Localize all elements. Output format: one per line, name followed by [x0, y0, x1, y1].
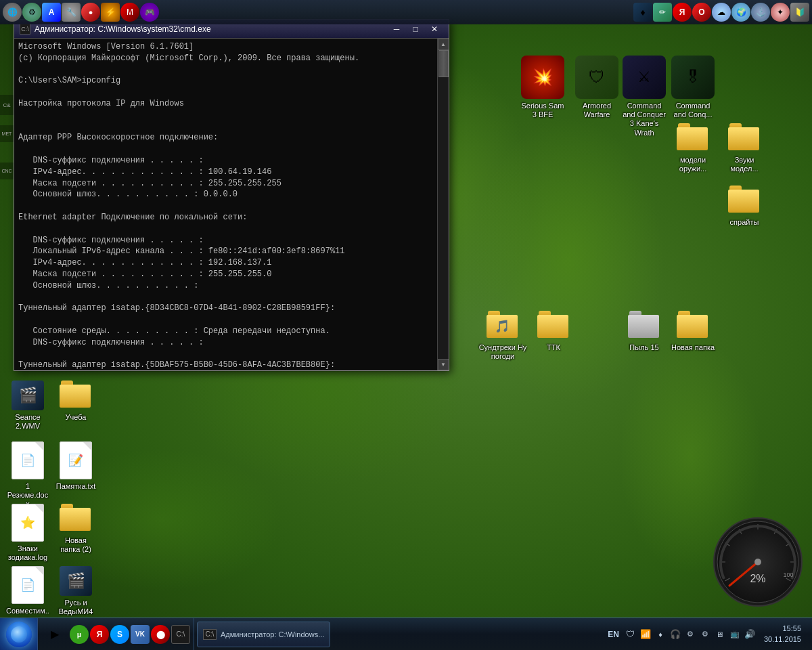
start-orb-inner — [11, 626, 27, 643]
star-icon[interactable]: ✦ — [771, 3, 790, 22]
clock[interactable]: 15:55 30.11.2015 — [759, 624, 807, 645]
yandex-icon[interactable]: Я — [673, 3, 692, 22]
app-icon-3[interactable]: A — [42, 3, 61, 22]
serious-sam-label: Serious Sam 3 BFE — [518, 102, 567, 119]
scroll-down-arrow[interactable]: ▼ — [438, 359, 449, 370]
left-partial-1: C& — [0, 95, 14, 115]
icon-ttk[interactable]: ТТК — [526, 308, 581, 355]
icon-znaki[interactable]: ⭐ Знаки зодиака.log — [3, 501, 52, 565]
icon-cnc-kanes[interactable]: ⚔ Command and Conquer 3 Kane's Wrath — [617, 53, 671, 140]
tray-settings2[interactable]: ⚙ — [699, 628, 711, 641]
anchor-icon[interactable]: ⚓ — [751, 3, 770, 22]
icon-pyl15[interactable]: Пыль 15 — [617, 308, 671, 355]
cmd-content: Microsoft Windows [Version 6.1.7601] (с)… — [14, 39, 437, 370]
modeli-oruzhiy-label: модели оружи... — [669, 156, 717, 173]
vk-ql-btn[interactable]: VK — [131, 625, 150, 644]
tray-network[interactable]: 📶 — [639, 628, 652, 641]
cmd-maximize-button[interactable]: □ — [407, 23, 424, 35]
armored-warfare-label: Armored Warfare — [572, 102, 621, 119]
icon-serious-sam[interactable]: 💥 Serious Sam 3 BFE — [516, 53, 570, 122]
tray-settings1[interactable]: ⚙ — [684, 628, 696, 641]
svg-text:100: 100 — [783, 571, 793, 578]
app-icon-2[interactable]: ⚙ — [22, 3, 41, 22]
icon-armored-warfare[interactable]: 🛡 Armored Warfare — [570, 53, 624, 122]
system-tray: EN 🛡 📶 ♦ 🎧 ⚙ ⚙ 🖥 📺 🔊 15:55 30.11.2015 — [600, 618, 812, 651]
cmd-window-icon: C:\ — [20, 24, 30, 35]
icon-sprayty[interactable]: спрайты — [717, 183, 771, 230]
red-app-ql-btn[interactable]: ⬤ — [151, 625, 170, 644]
app-icon-1[interactable]: 🌐 — [3, 3, 22, 22]
folder-icon-sprayty — [728, 186, 761, 215]
app-icon-4[interactable]: 🔧 — [62, 3, 81, 22]
serious-sam-img: 💥 — [521, 56, 564, 99]
cmd-close-button[interactable]: ✕ — [426, 23, 443, 35]
icon-novaya-papka[interactable]: Новая папка — [666, 308, 720, 355]
cloud-icon[interactable]: ☁ — [712, 3, 731, 22]
desktop: 🌐 ⚙ A 🔧 ● ⚡ M 🎮 ♦ ✏ Я O ☁ 🌍 ⚓ ✦ 🔰 C& MET… — [0, 0, 812, 650]
media-player-ql-btn[interactable]: ▶ — [41, 621, 68, 648]
folder-icon-zvuki — [728, 123, 761, 153]
tray-display[interactable]: 🖥 — [714, 628, 726, 641]
novaya2-label: Новая папка (2) — [54, 536, 97, 554]
resume-img: 📄 — [12, 441, 44, 479]
cmd-body: Microsoft Windows [Version 6.1.7601] (с)… — [14, 39, 449, 370]
skype-ql-btn[interactable]: S — [110, 625, 129, 644]
cmd-taskbar-icon: C:\ — [203, 629, 217, 640]
cnc-kanes-img: ⚔ — [623, 56, 666, 99]
tray-display2[interactable]: 📺 — [729, 628, 741, 641]
cnc2-img: 🎖 — [671, 56, 715, 99]
icon-modeli-oruzhiy[interactable]: модели оружи... — [666, 121, 720, 176]
globe-icon[interactable]: 🌍 — [731, 3, 750, 22]
cmd-taskbar-label: Администратор: C:\Windows... — [221, 630, 324, 638]
novaya-papka-img — [677, 311, 709, 341]
app-icon-6[interactable]: ⚡ — [101, 3, 120, 22]
seance-img: 🎬 — [12, 381, 44, 410]
icon-rus-vedy[interactable]: 🎬 Русь и ВедыМИ4 — [51, 563, 100, 619]
icon-cnc2[interactable]: 🎖 Command and Conq... — [666, 53, 720, 122]
cmd-window-controls: ─ □ ✕ — [388, 23, 443, 35]
icon-zvuki-model[interactable]: Звуки модел... — [717, 121, 771, 176]
icon-ucheba[interactable]: Учеба — [51, 378, 100, 425]
scrollbar-thumb[interactable] — [438, 50, 449, 77]
app-icon-7[interactable]: M — [120, 3, 139, 22]
zvuki-model-label: Звуки модел... — [720, 156, 769, 173]
cnc2-label: Command and Conq... — [669, 102, 717, 119]
pamyatka-img: 📝 — [60, 441, 92, 479]
start-orb — [6, 622, 32, 647]
icon-seance[interactable]: 🎬 Seance 2.WMV — [3, 378, 52, 433]
icon-sundtreki[interactable]: 🎵 Сундтреки Ну погоди — [476, 308, 530, 364]
sundtreki-label: Сундтреки Ну погоди — [478, 343, 527, 361]
pyl15-label: Пыль 15 — [629, 343, 658, 352]
opera-icon[interactable]: O — [692, 3, 711, 22]
utorrent-ql-btn[interactable]: µ — [70, 625, 89, 644]
icon-novaya2[interactable]: Новая папка (2) — [51, 501, 100, 557]
pyl15-img — [628, 311, 660, 341]
start-button[interactable] — [0, 618, 38, 651]
yandex-browser-ql-btn[interactable]: Я — [90, 625, 109, 644]
language-indicator[interactable]: EN — [605, 630, 622, 639]
quick-launch: ▶ µ Я S VK ⬤ C:\ — [38, 618, 194, 651]
tray-volume[interactable]: 🔊 — [744, 628, 756, 641]
pencil-icon[interactable]: ✏ — [653, 3, 672, 22]
cmd-minimize-button[interactable]: ─ — [388, 23, 405, 35]
icon-pamyatka[interactable]: 📝 Памятка.txt — [51, 439, 100, 494]
app-icon-5[interactable]: ● — [81, 3, 100, 22]
cmd-ql-btn[interactable]: C:\ — [171, 625, 190, 644]
tank-icon[interactable]: 🔰 — [790, 3, 809, 22]
left-partial-3: CNC — [0, 162, 14, 179]
svg-point-13 — [754, 559, 761, 565]
scrollbar-track[interactable] — [438, 50, 449, 359]
cmd-window: C:\ Администратор: C:\Windows\system32\c… — [14, 19, 449, 371]
sprayty-label: спрайты — [730, 218, 759, 227]
seance-label: Seance 2.WMV — [6, 413, 49, 431]
clock-time: 15:55 — [764, 624, 801, 634]
scroll-up-arrow[interactable]: ▲ — [438, 39, 449, 50]
steam-icon[interactable]: ♦ — [633, 3, 652, 22]
cmd-scrollbar[interactable]: ▲ ▼ — [437, 39, 449, 370]
cmd-taskbar-btn[interactable]: C:\ Администратор: C:\Windows... — [197, 622, 330, 647]
tray-headset[interactable]: 🎧 — [669, 628, 681, 641]
tray-steam[interactable]: ♦ — [654, 628, 667, 641]
tray-security[interactable]: 🛡 — [625, 628, 637, 641]
folder-icon-modeli — [677, 123, 709, 153]
app-icon-8[interactable]: 🎮 — [140, 3, 159, 22]
